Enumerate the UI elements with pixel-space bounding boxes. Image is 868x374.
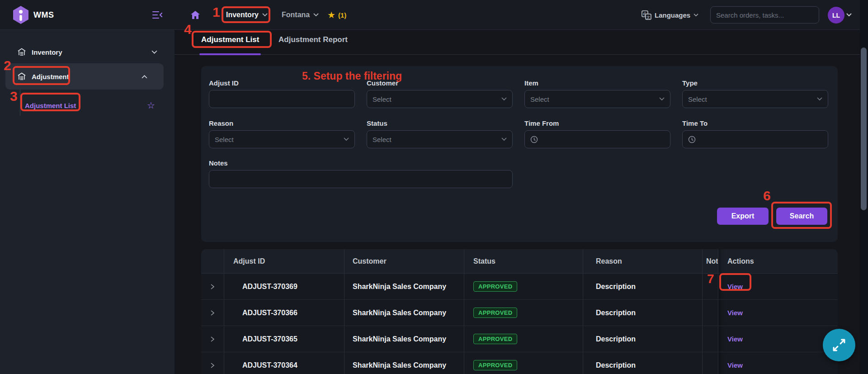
view-link[interactable]: View — [727, 335, 743, 343]
favorites[interactable]: ★ (1) — [327, 0, 346, 30]
cell-reason: Description — [583, 352, 703, 374]
time-from-picker[interactable] — [524, 130, 670, 148]
filter-item: Item Select — [524, 79, 670, 108]
select-placeholder: Select — [373, 95, 392, 103]
global-search-input[interactable] — [716, 7, 813, 23]
table-row: ADJUST-370364 SharkNinja Sales Company A… — [201, 352, 838, 374]
favorite-star-icon[interactable]: ☆ — [147, 101, 155, 110]
home-icon[interactable] — [190, 9, 201, 20]
item-select[interactable]: Select — [524, 90, 670, 108]
row-expand-button[interactable] — [201, 326, 224, 352]
status-badge: APPROVED — [473, 281, 517, 292]
sidebar-item-adjustment-list[interactable]: Adjustment List ☆ — [0, 97, 175, 114]
tab-bar: Adjustment List Adjustment Report — [175, 30, 860, 55]
site-dropdown[interactable]: Fontana — [282, 0, 319, 30]
filter-adjust-id: Adjust ID — [209, 79, 355, 108]
filter-customer: Customer Select — [367, 79, 513, 108]
customer-select[interactable]: Select — [367, 90, 513, 108]
field-label: Time To — [682, 119, 828, 127]
cell-notes — [703, 300, 718, 326]
adjust-id-input[interactable] — [215, 90, 349, 108]
cell-adjust-id: ADJUST-370369 — [224, 274, 344, 300]
column-header-adjust-id: Adjust ID — [224, 249, 344, 274]
time-to-picker[interactable] — [682, 130, 828, 148]
type-select[interactable]: Select — [682, 90, 828, 108]
chevron-right-icon — [209, 283, 216, 290]
view-link[interactable]: View — [727, 361, 743, 369]
chevron-down-icon — [659, 97, 665, 101]
sidebar-item-label: Adjustment — [32, 73, 69, 80]
sidebar-item-label: Adjustment List — [25, 102, 76, 109]
select-placeholder: Select — [215, 136, 234, 143]
column-header-customer: Customer — [344, 249, 464, 274]
languages-dropdown[interactable]: G 文 Languages — [642, 0, 698, 30]
translate-icon: G 文 — [642, 10, 651, 20]
cell-reason: Description — [583, 326, 703, 352]
status-badge: APPROVED — [473, 334, 517, 344]
expand-arrows-icon — [830, 336, 848, 354]
cell-customer: SharkNinja Sales Company — [344, 352, 464, 374]
chevron-up-icon — [142, 75, 147, 79]
scrollbar-thumb[interactable] — [861, 47, 867, 210]
chevron-down-icon — [313, 13, 319, 17]
tab-adjustment-report[interactable]: Adjustment Report — [278, 35, 348, 44]
search-button[interactable]: Search — [776, 208, 827, 225]
avatar[interactable]: LL — [828, 7, 844, 24]
row-expand-button[interactable] — [201, 352, 224, 374]
expand-fullscreen-button[interactable] — [823, 329, 855, 361]
filter-time-from: Time From — [524, 119, 670, 148]
chevron-right-icon — [209, 309, 216, 317]
active-tab-indicator — [199, 53, 261, 55]
sidebar-item-inventory[interactable]: Inventory — [0, 43, 175, 61]
field-label: Customer — [367, 79, 513, 87]
notes-input[interactable] — [215, 170, 507, 188]
brand-label: WMS — [33, 10, 54, 20]
field-label: Notes — [209, 159, 829, 167]
chevron-down-icon — [262, 13, 268, 17]
cell-status: APPROVED — [464, 274, 583, 300]
chevron-right-icon — [209, 336, 216, 343]
adjustment-table: Adjust ID Customer Status Reason Notes A… — [201, 249, 838, 374]
sidebar: Inventory Adjustment Adjustment List ☆ — [0, 30, 175, 374]
field-label: Type — [682, 79, 828, 87]
cell-reason: Description — [583, 274, 703, 300]
warehouse-icon — [17, 47, 26, 57]
row-expand-button[interactable] — [201, 300, 224, 326]
view-link[interactable]: View — [727, 283, 743, 290]
module-dropdown[interactable]: Inventory — [226, 0, 268, 30]
cell-notes — [703, 326, 718, 352]
cell-customer: SharkNinja Sales Company — [344, 300, 464, 326]
topbar: WMS Inventory Fontana ★ (1) G 文 — [0, 0, 860, 30]
star-icon: ★ — [327, 10, 335, 19]
sidebar-item-adjustment[interactable]: Adjustment — [5, 63, 164, 90]
filter-time-to: Time To — [682, 119, 828, 148]
reason-select[interactable]: Select — [209, 130, 355, 148]
avatar-initials: LL — [832, 12, 840, 19]
select-placeholder: Select — [688, 95, 707, 103]
sidebar-collapse-icon[interactable] — [152, 10, 163, 20]
filter-status: Status Select — [367, 119, 513, 148]
export-button[interactable]: Export — [717, 208, 769, 225]
chevron-down-icon — [344, 137, 349, 141]
status-badge: APPROVED — [473, 308, 517, 318]
column-header-reason: Reason — [583, 249, 703, 274]
tab-adjustment-list[interactable]: Adjustment List — [201, 35, 259, 44]
module-dropdown-label: Inventory — [226, 11, 259, 19]
field-label: Time From — [524, 119, 670, 127]
scrollbar-track — [860, 0, 868, 374]
favorites-count: (1) — [338, 11, 346, 19]
view-link[interactable]: View — [727, 309, 743, 317]
status-select[interactable]: Select — [367, 130, 513, 148]
chevron-down-icon — [501, 137, 507, 141]
row-expand-button[interactable] — [201, 274, 224, 300]
wms-logo-icon — [13, 5, 29, 24]
avatar-chevron-down-icon[interactable] — [846, 13, 852, 17]
clock-icon — [688, 136, 696, 143]
select-placeholder: Select — [373, 136, 392, 143]
field-label: Adjust ID — [209, 79, 355, 87]
cell-actions: View — [718, 274, 838, 300]
cell-actions: View — [718, 326, 838, 352]
table-header-row: Adjust ID Customer Status Reason Notes A… — [201, 249, 838, 274]
cell-customer: SharkNinja Sales Company — [344, 326, 464, 352]
cell-adjust-id: ADJUST-370364 — [224, 352, 344, 374]
